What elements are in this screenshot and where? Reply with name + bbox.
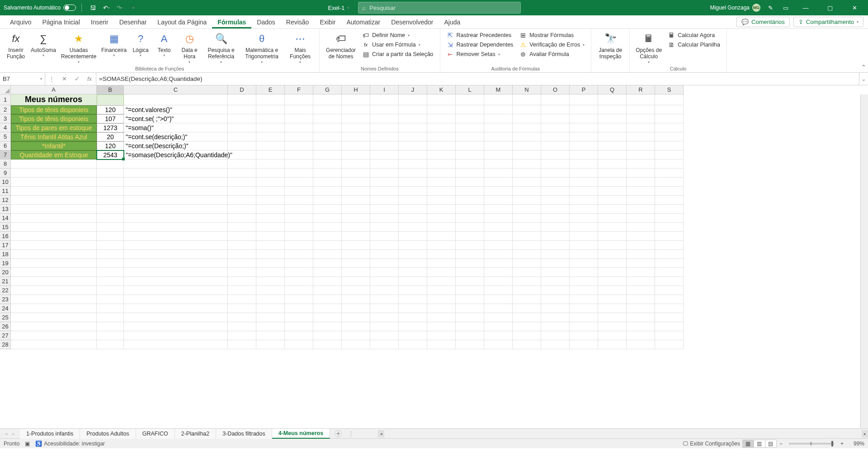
cell[interactable]	[541, 322, 570, 331]
page-break-view-button[interactable]: ▤	[765, 440, 777, 448]
cell[interactable]	[285, 313, 313, 322]
filename[interactable]: Exel-1 ▾	[328, 5, 349, 11]
cell[interactable]	[399, 340, 427, 349]
cell[interactable]	[627, 322, 655, 331]
cell[interactable]	[570, 114, 598, 123]
cell[interactable]	[484, 132, 513, 141]
cell[interactable]	[370, 187, 399, 196]
cell[interactable]	[456, 313, 484, 322]
cell[interactable]	[97, 196, 124, 205]
cell[interactable]	[11, 313, 97, 322]
cell[interactable]	[124, 223, 228, 232]
cell[interactable]	[228, 313, 256, 322]
cell[interactable]	[399, 196, 427, 205]
cell[interactable]	[228, 159, 256, 169]
name-manager-button[interactable]: 🏷Gerenciador de Nomes	[323, 31, 359, 65]
cell[interactable]: "=somase(Descrição;A6;Quantidade)"	[124, 150, 228, 159]
cell[interactable]	[97, 304, 124, 313]
cell[interactable]	[570, 169, 598, 178]
cell[interactable]: Tipos de tênis disponieis	[11, 114, 97, 123]
row-header[interactable]: 15	[0, 223, 11, 232]
cell[interactable]	[399, 277, 427, 286]
cell[interactable]	[427, 277, 456, 286]
cell[interactable]	[513, 295, 541, 304]
cell[interactable]	[484, 141, 513, 150]
fx-icon[interactable]: fx	[83, 75, 96, 82]
cell[interactable]	[11, 169, 97, 178]
cell[interactable]	[399, 268, 427, 277]
cell[interactable]	[655, 277, 684, 286]
cell[interactable]	[97, 295, 124, 304]
cell[interactable]	[124, 187, 228, 196]
cell[interactable]	[627, 286, 655, 295]
cell[interactable]	[370, 241, 399, 250]
formula-input[interactable]: =SOMASE(Descrição;A6;Quantidade)	[96, 73, 859, 85]
cell[interactable]	[399, 250, 427, 259]
cell[interactable]	[570, 105, 598, 114]
cell[interactable]	[513, 223, 541, 232]
cell[interactable]	[342, 114, 370, 123]
cell[interactable]: "=cont.valores()"	[124, 105, 228, 114]
cell[interactable]: *Infantil*	[11, 141, 97, 150]
cell[interactable]	[370, 232, 399, 241]
cell[interactable]	[313, 187, 342, 196]
cell[interactable]	[399, 132, 427, 141]
cell[interactable]	[370, 141, 399, 150]
cell[interactable]	[513, 214, 541, 223]
cell[interactable]	[541, 313, 570, 322]
cell[interactable]	[655, 340, 684, 349]
cell[interactable]	[124, 259, 228, 268]
trace-precedents-button[interactable]: ⇱Rastrear Precedentes	[444, 31, 516, 40]
row-header[interactable]: 8	[0, 159, 11, 169]
row-header[interactable]: 18	[0, 250, 11, 259]
cell[interactable]	[97, 178, 124, 187]
sheet-tab[interactable]: 1-Produtos infantis	[20, 429, 80, 439]
cell[interactable]	[285, 105, 313, 114]
cell[interactable]	[570, 241, 598, 250]
cell[interactable]	[541, 331, 570, 340]
cell[interactable]	[427, 250, 456, 259]
cell[interactable]	[655, 114, 684, 123]
cell[interactable]	[655, 169, 684, 178]
cell[interactable]	[342, 268, 370, 277]
cell[interactable]	[541, 187, 570, 196]
cell[interactable]	[627, 340, 655, 349]
cell[interactable]	[598, 286, 627, 295]
cell[interactable]	[11, 196, 97, 205]
cell[interactable]	[427, 340, 456, 349]
cell[interactable]	[655, 159, 684, 169]
name-box[interactable]: B7 ▾	[0, 73, 45, 85]
cell[interactable]	[598, 331, 627, 340]
cell[interactable]	[627, 205, 655, 214]
autosave-toggle[interactable]: Salvamento Automático	[4, 5, 76, 11]
cell[interactable]	[427, 205, 456, 214]
cell[interactable]	[513, 250, 541, 259]
cell[interactable]	[456, 223, 484, 232]
row-header[interactable]: 9	[0, 169, 11, 178]
cell[interactable]	[342, 331, 370, 340]
cell[interactable]	[541, 241, 570, 250]
cell[interactable]	[655, 150, 684, 159]
cell[interactable]	[484, 232, 513, 241]
cell[interactable]	[370, 178, 399, 187]
cell[interactable]	[598, 178, 627, 187]
tab-pagina-inicial[interactable]: Página Inicial	[37, 16, 85, 28]
cell[interactable]	[399, 187, 427, 196]
cell[interactable]	[370, 105, 399, 114]
cell[interactable]	[313, 241, 342, 250]
cell[interactable]	[598, 196, 627, 205]
cell[interactable]	[484, 114, 513, 123]
sheet-tab[interactable]: Produtos Adultos	[80, 429, 136, 439]
spreadsheet-grid[interactable]: ABCDEFGHIJKLMNOPQRS1Meus números2Tipos d…	[0, 85, 868, 428]
cell[interactable]	[627, 304, 655, 313]
cell[interactable]	[541, 169, 570, 178]
cell[interactable]	[285, 123, 313, 132]
cell[interactable]	[456, 169, 484, 178]
cell[interactable]	[655, 132, 684, 141]
comments-button[interactable]: 💬 Comentários	[736, 17, 790, 27]
cell[interactable]	[97, 259, 124, 268]
cell[interactable]	[285, 132, 313, 141]
cell[interactable]	[570, 304, 598, 313]
cell[interactable]	[598, 295, 627, 304]
cell[interactable]	[399, 94, 427, 105]
